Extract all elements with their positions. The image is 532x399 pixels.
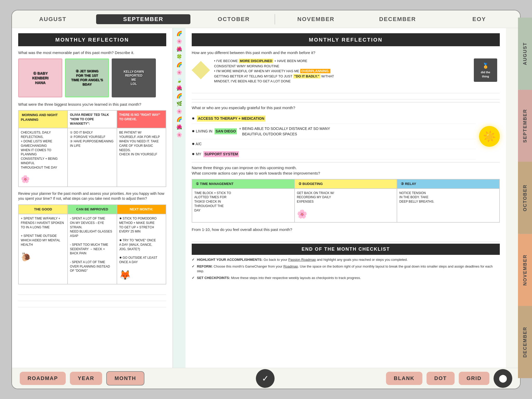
app-container: AUGUST SEPTEMBER OCTOBER NOVEMBER DECEMB…	[11, 10, 521, 389]
imp-header-3: ③ RELAY	[397, 179, 500, 189]
priority-header-good: THE GOOD	[18, 205, 68, 214]
deco-14: 🌸	[176, 132, 182, 138]
left-section-header: MONTHLY REFLECTION	[18, 33, 166, 46]
side-tab-december[interactable]: DECEMBER	[518, 306, 520, 368]
left-prompt-1: What was the most memorable part of this…	[18, 50, 166, 55]
left-prompt-2: What were the three biggest lessons you'…	[18, 102, 166, 107]
priority-header-improve: CAN BE IMPROVED	[68, 205, 117, 214]
top-nav: AUGUST SEPTEMBER OCTOBER NOVEMBER DECEMB…	[12, 10, 520, 28]
feeling-lines	[192, 235, 500, 242]
year-button[interactable]: YEAR	[70, 372, 102, 385]
right-prompt-4: From 1-10, how do you feel overall about…	[192, 227, 500, 232]
lessons-col3-header: THERE IS NO "RIGHT WAY" TO GRIEVE.	[117, 110, 166, 128]
lessons-col3-body: BE PATIENT W/YOURSELF. ASK FOR HELPWHEN …	[117, 128, 166, 187]
gratitude-4: ✸ MY SUPPORT SYSTEM	[192, 149, 476, 159]
photo-2: ② JET SKIINGFOR THE 1STTIME FOR ANGEL'SB…	[65, 58, 109, 97]
diamond-sticker	[192, 58, 210, 84]
side-tab-august[interactable]: AUGUST	[518, 28, 520, 90]
priority-next-body: ✸ STICK TO POMODOROMETHOD + MAKE SURETO …	[117, 214, 166, 284]
reflection-text: • I'VE BECOME MORE DISCIPLINED + HAVE BE…	[214, 58, 467, 84]
gratitude-1: ✸ ACCESS TO THERAPY + MEDICATION	[192, 114, 476, 124]
gratitude-2: ✸ LIVING IN SAN DIEGO + BEING ABLE TO SO…	[192, 124, 476, 139]
side-tab-october[interactable]: OCTOBER	[518, 162, 520, 234]
priority-header-next: NEXT MONTH:	[117, 205, 166, 214]
photo-grid: ① BABYKENBERIHANA ② JET SKIINGFOR THE 1S…	[18, 58, 166, 97]
right-panel: MONTHLY REFLECTION How are you different…	[185, 28, 506, 368]
deco-6: 🌸	[176, 70, 182, 75]
imp-body-3: NOTICE TENSIONIN THE BODY. TAKEDEEP BELL…	[397, 189, 500, 222]
deco-2: 🌸	[176, 38, 182, 44]
side-tabs: AUGUST SEPTEMBER OCTOBER NOVEMBER DECEMB…	[518, 28, 520, 368]
check-center-button[interactable]: ✓	[256, 369, 275, 388]
blank-button[interactable]: BLANK	[386, 372, 422, 385]
nav-september[interactable]: SEPTEMBER	[96, 14, 190, 24]
lessons-col1-body: CHECKLISTS, DAILY REFLECTIONS,+ DONE LIS…	[18, 128, 68, 187]
nav-december[interactable]: DECEMBER	[357, 16, 438, 23]
imp-body-1: TIME BLOCK + STICK TOALOTTED TIMES FORTA…	[192, 189, 295, 222]
side-tab-september[interactable]: SEPTEMBER	[518, 90, 520, 162]
lessons-col2-header: OLIVIA REMES' TED TALK "HOW TO COPE W/AN…	[68, 110, 117, 128]
deco-9: 🌈	[176, 93, 182, 99]
extra-lines-left	[18, 289, 166, 307]
deco-4: 🍀	[176, 54, 182, 60]
side-tab-november[interactable]: NOVEMBER	[518, 234, 520, 306]
priority-table: THE GOOD CAN BE IMPROVED NEXT MONTH: + S…	[18, 204, 166, 284]
checklist-item-1: HIGHLIGHT YOUR ACCOMPLISHMENTS: Go back …	[192, 257, 500, 262]
deco-11: 🌸	[176, 109, 182, 114]
roadmap-button[interactable]: ROADMAP	[20, 372, 66, 385]
improvement-table: ① TIME MANAGEMENT ② BUDGETING ③ RELAY TI…	[192, 179, 500, 223]
right-prompt-3: Name three things you can improve on thi…	[192, 165, 500, 176]
lessons-col1-header: MORNING AND NIGHT PLANNING	[18, 110, 68, 128]
deco-12: 🌈	[176, 116, 182, 122]
gratitude-3: ✸ A/C	[192, 139, 476, 149]
check-icon: ✓	[262, 374, 269, 383]
imp-body-2: GET BACK ON TRACK W/RECORDING MY DAILYEX…	[295, 189, 397, 222]
left-prompt-3: Review your planner for the past month a…	[18, 191, 166, 201]
deco-13: 🌺	[176, 124, 182, 130]
dark-button[interactable]: ⬤	[494, 369, 512, 388]
main-content: MONTHLY REFLECTION What was the most mem…	[12, 28, 520, 368]
deco-8: 🌺	[176, 85, 182, 91]
bottom-nav-left: ROADMAP YEAR MONTH	[20, 371, 144, 385]
dot-button[interactable]: DOT	[427, 372, 455, 385]
grid-button[interactable]: GRID	[459, 372, 489, 385]
sun-sticker: ☀️	[479, 114, 500, 159]
photo-1: ① BABYKENBERIHANA	[18, 58, 62, 97]
imp-header-1: ① TIME MANAGEMENT	[192, 179, 295, 189]
reflection-lines	[192, 87, 500, 99]
gratitude-area: ✸ ACCESS TO THERAPY + MEDICATION ✸ LIVIN…	[192, 114, 500, 159]
right-prompt-2: What or who are you especially grateful …	[192, 105, 500, 110]
nav-october[interactable]: OCTOBER	[193, 16, 275, 23]
deco-1: 🌈	[176, 31, 182, 36]
reflection-area: • I'VE BECOME MORE DISCIPLINED + HAVE BE…	[192, 58, 500, 84]
lessons-table: MORNING AND NIGHT PLANNING OLIVIA REMES'…	[18, 110, 166, 187]
right-section-header: MONTHLY REFLECTION	[192, 33, 500, 46]
left-panel: MONTHLY REFLECTION What was the most mem…	[12, 28, 173, 368]
nav-august[interactable]: AUGUST	[12, 16, 94, 23]
right-prompt-1: How are you different between this past …	[192, 50, 500, 55]
priority-improve-body: - SPENT A LOT OF TIMEON MY DEVICES→EYE S…	[68, 214, 117, 284]
nav-november[interactable]: NOVEMBER	[275, 16, 357, 23]
deco-5: 🌈	[176, 62, 182, 68]
imp-header-2: ② BUDGETING	[295, 179, 397, 189]
checklist-items: HIGHLIGHT YOUR ACCOMPLISHMENTS: Go back …	[192, 257, 500, 281]
nav-eoy[interactable]: EOY	[438, 16, 520, 23]
gratitude-list: ✸ ACCESS TO THERAPY + MEDICATION ✸ LIVIN…	[192, 114, 476, 159]
priority-good-body: + SPENT TIME W/FAMILY +FRIENDS I HAVEN'T…	[18, 214, 68, 284]
deco-7: 🍃	[176, 77, 182, 83]
deco-3: 🌺	[176, 46, 182, 52]
bottom-nav: ROADMAP YEAR MONTH ✓ BLANK DOT GRID ⬤	[12, 368, 520, 389]
checklist-item-3: SET CHECKPOINTS: Move these steps into t…	[192, 276, 500, 280]
eoy-checklist-header: END OF THE MONTH CHECKLIST	[192, 244, 500, 255]
month-button[interactable]: MONTH	[106, 371, 144, 385]
photo-3: KELLY-DAWNREPORTEDMELOL	[112, 58, 156, 97]
bottom-nav-right: BLANK DOT GRID ⬤	[386, 369, 512, 388]
center-strip: 🌈 🌸 🌺 🍀 🌈 🌸 🍃 🌺 🌈 🌿 🌸 🌈 🌺 🌸	[173, 28, 185, 368]
lessons-col2-body: ① DO IT BADLY② FORGIVE YOURSELF③ HAVE PU…	[68, 128, 117, 187]
did-the-thing-sticker: 🏅 did thething	[471, 58, 500, 84]
checklist-item-2: REFORM: Choose this month's GameChanger …	[192, 264, 500, 274]
deco-10: 🌿	[176, 101, 182, 107]
